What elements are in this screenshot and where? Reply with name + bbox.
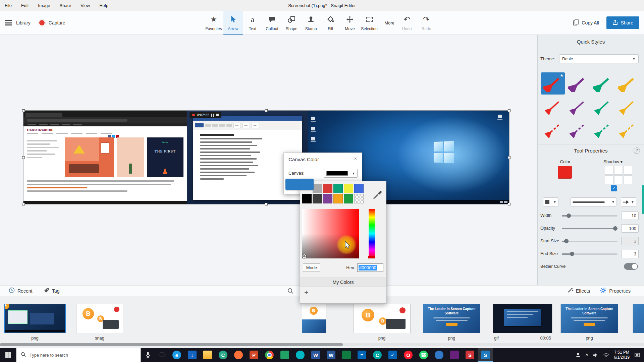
handle-mid-left[interactable] <box>22 156 25 159</box>
app-teal-c-icon[interactable]: C <box>215 348 231 362</box>
firefox-icon[interactable] <box>231 348 246 362</box>
palette-swatch-r2-2[interactable] <box>313 194 322 203</box>
palette-swatch-r1-5[interactable] <box>354 184 364 193</box>
app-teal-icon[interactable] <box>292 348 308 362</box>
arrow-end-dropdown[interactable]: ▼ <box>621 197 636 206</box>
tool-shape[interactable]: Shape <box>282 11 301 35</box>
palette-swatch-r2-1[interactable] <box>302 194 312 203</box>
quick-style-arrow-12[interactable] <box>615 119 639 141</box>
powerpoint-icon[interactable]: P <box>246 348 262 362</box>
tab-recent[interactable]: Recent <box>9 286 32 296</box>
help-icon[interactable]: ? <box>634 147 640 154</box>
start-button[interactable] <box>0 348 16 362</box>
theme-dropdown[interactable]: Basic ▼ <box>559 54 639 63</box>
share-button[interactable]: Share <box>606 16 639 29</box>
properties-button[interactable]: Properties <box>600 287 631 295</box>
handle-bottom-right[interactable] <box>508 203 511 205</box>
quick-style-arrow-8[interactable] <box>615 96 639 118</box>
handle-top-left[interactable] <box>22 109 25 112</box>
shadow-label[interactable]: Shadow ▾ <box>603 159 623 164</box>
quick-style-arrow-9[interactable] <box>541 119 565 141</box>
menu-view[interactable]: View <box>80 3 90 8</box>
menu-share[interactable]: Share <box>60 3 71 8</box>
app-green-2-icon[interactable] <box>339 348 354 362</box>
tool-move[interactable]: Move <box>340 11 360 35</box>
menu-file[interactable]: File <box>5 3 12 8</box>
thumbnail-8-partial[interactable] <box>633 304 644 333</box>
capture-button[interactable]: Capture <box>49 20 65 25</box>
mode-button[interactable]: Mode <box>303 263 320 272</box>
app-green-icon[interactable] <box>277 348 292 362</box>
tray-scrollbar[interactable] <box>0 343 343 346</box>
action-center-icon[interactable] <box>634 352 640 358</box>
editor-canvas[interactable]: HouseBeautiful hulu <box>0 35 537 285</box>
thumbnail-1[interactable]: ★ png <box>4 304 66 341</box>
palette-swatch-r1-2[interactable] <box>323 184 332 193</box>
task-view-button[interactable] <box>155 348 169 362</box>
thumbnail-6[interactable]: gif 00:05 <box>493 304 552 341</box>
shadow-checkbox[interactable]: ✓ <box>611 185 617 191</box>
dialog-accent-button[interactable] <box>285 179 314 190</box>
capture-icon[interactable] <box>39 20 45 25</box>
panel-scrollbar[interactable] <box>642 185 644 214</box>
handle-mid-right[interactable] <box>508 156 511 159</box>
palette-swatch-r1-4[interactable] <box>344 184 353 193</box>
line-style-dropdown[interactable]: ▼ <box>571 197 617 206</box>
add-color-button[interactable]: + <box>304 289 309 296</box>
search-input[interactable] <box>30 353 123 358</box>
word-2-icon[interactable]: W <box>323 348 339 362</box>
thumbnail-7[interactable]: The Leader in Screen Capture Software pn… <box>560 304 618 341</box>
tool-color-swatch[interactable] <box>558 166 572 179</box>
handle-top-center[interactable] <box>265 109 268 112</box>
thumbnail-2[interactable]: B B snag <box>76 304 123 341</box>
snagit-icon[interactable]: S <box>478 348 493 362</box>
search-icon[interactable] <box>287 288 294 296</box>
canvas-color-dropdown[interactable]: ▼ <box>324 169 358 178</box>
people-icon[interactable] <box>575 352 581 358</box>
quick-style-arrow-7[interactable] <box>591 96 614 118</box>
thumbnail-5[interactable]: The Leader in Screen Capture Software pn… <box>423 304 480 341</box>
bezier-curve-toggle[interactable] <box>624 263 638 270</box>
quick-style-arrow-6[interactable] <box>566 96 590 118</box>
end-size-value[interactable]: 3 <box>621 250 639 258</box>
handle-top-right[interactable] <box>508 109 511 112</box>
palette-swatch-r2-3[interactable] <box>323 194 332 203</box>
quick-style-arrow-2[interactable] <box>566 72 590 95</box>
effects-button[interactable]: Effects <box>567 287 590 294</box>
menu-image[interactable]: Image <box>38 3 50 8</box>
taskbar-search[interactable] <box>16 348 141 362</box>
camtasia-icon[interactable]: C <box>370 348 385 362</box>
close-icon[interactable]: × <box>353 156 359 161</box>
shadow-direction-grid[interactable] <box>605 166 634 184</box>
edge-icon[interactable]: e <box>169 348 184 362</box>
opacity-slider[interactable] <box>562 228 618 229</box>
app-red-s-icon[interactable]: S <box>462 348 478 362</box>
quick-style-arrow-10[interactable] <box>566 119 590 141</box>
eyedropper-icon[interactable] <box>369 184 385 203</box>
start-size-slider[interactable] <box>562 241 618 242</box>
app-blue-arrow-icon[interactable]: ↓ <box>184 348 200 362</box>
file-explorer-icon[interactable] <box>200 348 215 362</box>
chrome-icon[interactable] <box>262 348 277 362</box>
copy-all-button[interactable]: Copy All <box>573 19 599 27</box>
line-cap-dropdown[interactable]: ▼ <box>543 197 558 206</box>
app-blue-2-icon[interactable] <box>431 348 447 362</box>
width-slider[interactable] <box>562 215 618 217</box>
palette-swatch-r1-1[interactable] <box>313 184 322 193</box>
app-blue-check-icon[interactable]: ✓ <box>385 348 400 362</box>
cortana-mic-button[interactable] <box>141 348 155 362</box>
library-button[interactable]: Library <box>16 20 31 25</box>
thumbnail-4[interactable]: B B png <box>353 304 411 341</box>
redo-button[interactable]: ↷ Redo <box>417 11 436 35</box>
clock[interactable]: 7:51 PM 6/1/2019 <box>614 350 630 360</box>
tool-arrow[interactable]: Arrow <box>223 11 243 35</box>
tool-callout[interactable]: Callout <box>262 11 282 35</box>
width-value[interactable]: 10 <box>621 212 639 220</box>
hue-indicator[interactable] <box>368 256 375 258</box>
handle-bottom-left[interactable] <box>22 203 25 205</box>
menu-edit[interactable]: Edit <box>21 3 29 8</box>
hue-slider[interactable] <box>369 209 375 258</box>
tool-favorites[interactable]: ★ Favorites <box>204 11 223 35</box>
palette-swatch-r2-4[interactable] <box>333 194 343 203</box>
quick-style-arrow-5[interactable] <box>541 96 565 118</box>
